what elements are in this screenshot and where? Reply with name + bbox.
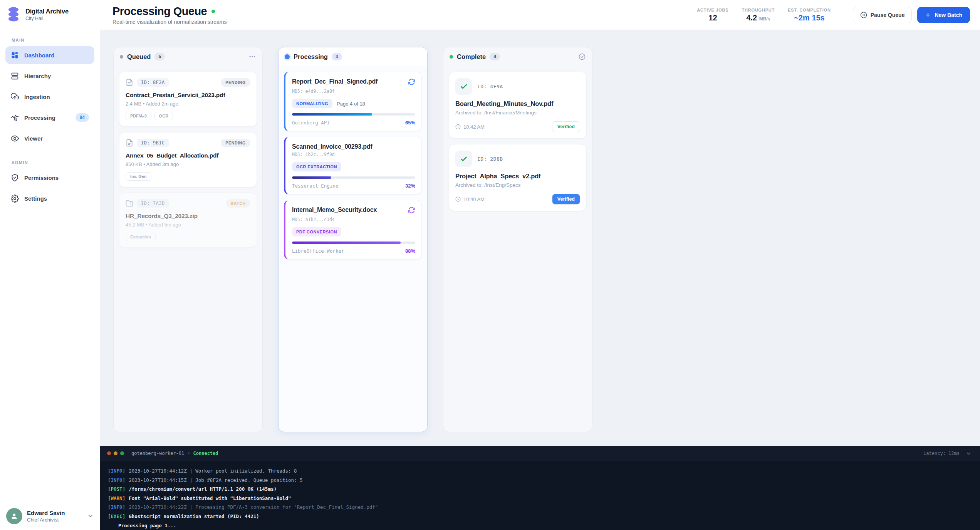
job-id: ID: 7A3D xyxy=(137,199,169,208)
progress-fill xyxy=(292,176,331,179)
live-status-dot xyxy=(211,10,215,13)
queued-card[interactable]: ID: 9B1C PENDING Annex_05_Budget_Allocat… xyxy=(119,132,257,187)
sidebar-item-label: Processing xyxy=(24,114,55,121)
file-name: Board_Meeting_Minutes_Nov.pdf xyxy=(455,100,580,107)
column-queued-body: ID: 8F2A PENDING Contract_Prestari_Servi… xyxy=(114,66,262,432)
sidebar-item-dashboard[interactable]: Dashboard xyxy=(5,46,94,64)
pause-queue-button[interactable]: Pause Queue xyxy=(853,7,912,23)
column-processing-header: Processing 3 xyxy=(279,47,427,66)
new-batch-button[interactable]: New Batch xyxy=(917,7,970,23)
tag-chip: PDF/A-3 xyxy=(126,112,151,120)
stat-est-completion: EST. COMPLETION ~2m 15s xyxy=(788,8,831,22)
folder-zip-icon xyxy=(126,200,133,207)
file-name: Contract_Prestari_Servicii_2023.pdf xyxy=(126,92,250,99)
sidebar-item-hierarchy[interactable]: Hierarchy xyxy=(5,67,94,85)
file-name: Report_Dec_Final_Signed.pdf xyxy=(292,78,378,85)
throughput-unit: MB/s xyxy=(759,16,770,22)
check-circle-icon[interactable] xyxy=(578,53,586,60)
processing-count-badge: 3 xyxy=(332,53,342,60)
processing-card[interactable]: Scanned_Invoice_00293.pdf MD5: 1b2c...9f… xyxy=(284,137,422,195)
log-line: [POST]/forms/chromium/convert/url HTTP/1… xyxy=(108,485,980,494)
job-id: ID: 2D8B xyxy=(477,156,503,162)
user-icon xyxy=(10,512,18,520)
check-icon xyxy=(455,78,472,95)
user-role: Chief Archivist xyxy=(27,517,65,523)
status-badge: BATCH xyxy=(226,199,250,208)
progress-track xyxy=(292,113,415,116)
more-menu-icon[interactable] xyxy=(248,53,256,60)
server-icon xyxy=(11,72,19,80)
progress-percent: 32% xyxy=(405,183,415,189)
brand-logo-icon xyxy=(6,6,21,22)
brand: Digital Archive City Hall xyxy=(0,0,100,28)
sidebar-item-settings[interactable]: Settings xyxy=(5,190,94,207)
file-md5: MD5: 1b2c...9f0d xyxy=(292,152,415,157)
progress-track xyxy=(292,176,415,179)
avatar xyxy=(6,508,22,524)
sidebar-item-permissions[interactable]: Permissions xyxy=(5,169,94,186)
chevron-down-icon xyxy=(87,513,94,519)
sidebar-item-processing[interactable]: Processing 84 xyxy=(5,109,94,126)
pause-circle-icon xyxy=(860,12,867,18)
log-line: [INFO]2023-10-27T10:44:22Z | Processing … xyxy=(108,503,980,512)
complete-status-dot xyxy=(450,55,453,59)
log-line: [EXEC]Ghostscript normalization started … xyxy=(108,512,980,521)
processing-card[interactable]: Internal_Memo_Security.docx MD5: a1b2...… xyxy=(284,200,422,260)
file-name: Internal_Memo_Security.docx xyxy=(292,206,377,213)
sidebar-item-ingestion[interactable]: Ingestion xyxy=(5,88,94,106)
file-text-icon xyxy=(126,139,133,147)
file-meta: 45.2 MB • Added 5m ago xyxy=(126,222,250,228)
verified-badge-selected: Verified xyxy=(552,194,580,205)
sidebar: Digital Archive City Hall MAIN Dashboard… xyxy=(0,0,100,530)
progress-track xyxy=(292,242,415,244)
progress-fill xyxy=(292,113,372,116)
file-name: Scanned_Invoice_00293.pdf xyxy=(292,143,372,150)
tag-chip: Extraction xyxy=(126,233,156,241)
separator-dot: • xyxy=(187,451,190,456)
file-name: HR_Records_Q3_2023.zip xyxy=(126,213,250,220)
worker-name: Tesseract Engine xyxy=(292,183,338,189)
grid-icon xyxy=(11,51,19,59)
completed-time: 10:42 AM xyxy=(463,124,485,130)
main-area: Processing Queue Real-time visualization… xyxy=(100,0,980,530)
traffic-light-red-icon xyxy=(107,451,111,455)
plus-icon xyxy=(925,12,931,18)
activity-search-icon xyxy=(11,114,19,122)
log-line: [WARN]Font "Arial-Bold" substituted with… xyxy=(108,494,980,503)
queued-status-dot xyxy=(120,55,123,59)
status-badge: PENDING xyxy=(221,78,250,87)
column-complete-body: ID: 4F9A Board_Meeting_Minutes_Nov.pdf A… xyxy=(443,66,592,432)
complete-card[interactable]: ID: 4F9A Board_Meeting_Minutes_Nov.pdf A… xyxy=(449,72,587,139)
app-window: Digital Archive City Hall MAIN Dashboard… xyxy=(0,0,980,530)
progress-percent: 65% xyxy=(405,120,415,126)
gear-icon xyxy=(11,195,19,203)
user-menu[interactable]: Edward Savin Chief Archivist xyxy=(0,502,100,530)
worker-name: Gotenberg API xyxy=(292,120,330,126)
complete-count-badge: 4 xyxy=(490,53,500,60)
status-badge: PENDING xyxy=(221,139,250,147)
collapse-chevron-icon[interactable] xyxy=(966,451,972,456)
column-processing-body: Report_Dec_Final_Signed.pdf MD5: e4d9...… xyxy=(279,66,427,432)
queued-card[interactable]: ID: 8F2A PENDING Contract_Prestari_Servi… xyxy=(119,72,257,127)
verified-badge: Verified xyxy=(552,121,580,132)
sync-spinner-icon xyxy=(408,78,415,87)
queued-count-badge: 5 xyxy=(154,53,165,60)
tag-chip: Inv. Gen xyxy=(126,172,151,181)
sidebar-item-label: Hierarchy xyxy=(24,73,51,79)
column-queued: Queued 5 ID: 8F2A PENDING Contract_Prest… xyxy=(113,47,263,432)
cloud-upload-icon xyxy=(11,93,19,101)
column-queued-header: Queued 5 xyxy=(114,47,262,66)
column-complete: Complete 4 ID: 4F9A Board_ xyxy=(443,47,592,432)
stat-active-jobs: ACTIVE JOBS 12 xyxy=(697,8,728,22)
sidebar-item-label: Dashboard xyxy=(24,52,54,59)
stage-badge: PDF CONVERSION xyxy=(292,227,341,236)
queued-card[interactable]: ID: 7A3D BATCH HR_Records_Q3_2023.zip 45… xyxy=(119,193,257,248)
column-title: Queued xyxy=(127,53,151,60)
complete-card[interactable]: ID: 2D8B Project_Alpha_Specs_v2.pdf Arch… xyxy=(449,144,587,211)
sidebar-item-viewer[interactable]: Viewer xyxy=(5,129,94,147)
clock-icon xyxy=(455,196,461,202)
processing-card[interactable]: Report_Dec_Final_Signed.pdf MD5: e4d9...… xyxy=(284,72,422,131)
log-line: [INFO]2023-10-27T10:44:15Z | Job #8F2A r… xyxy=(108,476,980,485)
terminal-log: [INFO]2023-10-27T10:44:12Z | Worker pool… xyxy=(100,461,980,530)
column-complete-header: Complete 4 xyxy=(443,47,592,66)
